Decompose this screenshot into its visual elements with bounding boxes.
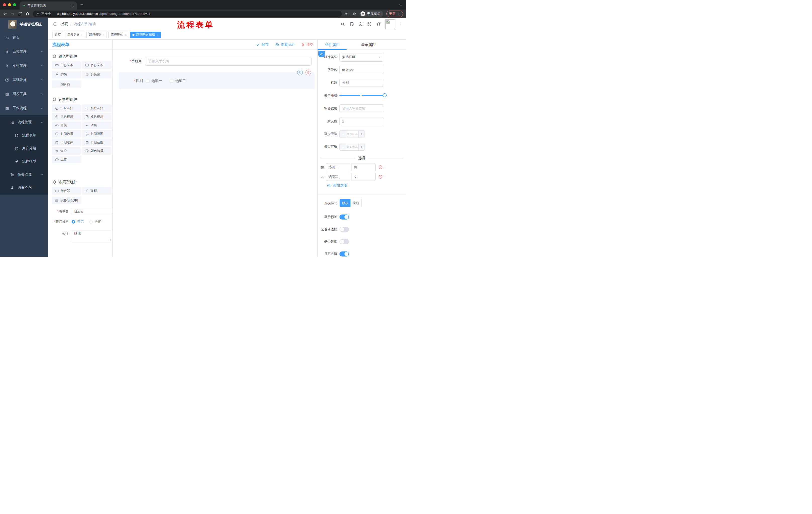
- sidebar-logo[interactable]: 芋道管理系统: [0, 18, 48, 31]
- title-input[interactable]: 性别: [340, 79, 383, 87]
- phone-input[interactable]: 请输入手机号: [145, 57, 312, 65]
- toggle-switch[interactable]: [340, 215, 349, 219]
- component-chip[interactable]: 多选框组: [82, 113, 112, 120]
- radio-off[interactable]: [89, 220, 93, 223]
- page-tab-chip[interactable]: 流程表单-编辑 ×: [130, 32, 161, 38]
- github-icon[interactable]: [349, 22, 354, 26]
- option-value-input[interactable]: 女: [351, 173, 376, 181]
- page-tab-chip[interactable]: 流程表单 ×: [108, 32, 128, 38]
- tab-form-props[interactable]: 表单属性: [347, 40, 390, 50]
- window-close-button[interactable]: [3, 3, 6, 6]
- drag-handle-icon[interactable]: [320, 175, 324, 179]
- remove-option-icon[interactable]: [378, 174, 383, 179]
- component-chip[interactable]: 上传: [52, 156, 81, 163]
- sidebar-item[interactable]: 研发工具: [0, 87, 48, 101]
- clear-button[interactable]: 清空: [301, 43, 313, 47]
- min-select-input[interactable]: 至少应选: [346, 131, 358, 138]
- component-chip[interactable]: 日期选择: [52, 139, 81, 146]
- bookmark-star-icon[interactable]: [352, 12, 356, 16]
- user-avatar-broken-image[interactable]: [385, 19, 395, 29]
- duplicate-field-button[interactable]: [297, 70, 303, 75]
- stepper-increase-button[interactable]: +: [358, 143, 365, 151]
- label-width-input[interactable]: 请输入标签宽度: [340, 104, 383, 112]
- breadcrumb-home[interactable]: 首页: [61, 22, 68, 26]
- sidebar-item[interactable]: 工作流程: [0, 101, 48, 115]
- avatar-caret-icon[interactable]: [399, 23, 402, 25]
- option-label-input[interactable]: 选项一: [326, 163, 350, 171]
- sidebar-subitem[interactable]: 用户分组: [0, 142, 48, 155]
- field-name-input[interactable]: field122: [340, 66, 383, 74]
- page-tab-close-icon[interactable]: ×: [156, 33, 158, 36]
- kebab-menu-icon[interactable]: [397, 12, 401, 15]
- segment-button[interactable]: 按钮: [350, 199, 361, 207]
- window-minimize-button[interactable]: [8, 3, 11, 6]
- radio-on-label[interactable]: 开启: [77, 219, 84, 224]
- component-chip[interactable]: 评分: [52, 147, 81, 155]
- view-json-button[interactable]: 查看json: [275, 43, 294, 47]
- checkbox-option[interactable]: 选项一: [146, 79, 170, 83]
- component-chip[interactable]: 计数器: [82, 71, 112, 78]
- window-controls[interactable]: [3, 3, 16, 6]
- form-name-input[interactable]: biubiu: [71, 208, 111, 215]
- sidebar-item[interactable]: 支付管理: [0, 59, 48, 73]
- component-chip[interactable]: 下拉选择: [52, 104, 81, 112]
- browser-tab[interactable]: 芋道管理系统: [20, 1, 77, 9]
- address-bar[interactable]: 不安全 | dashboard.yudao.iocoder.cn/bpm/man…: [33, 10, 342, 17]
- component-chip[interactable]: 密码: [52, 71, 81, 78]
- search-icon[interactable]: [341, 22, 345, 26]
- tab-component-props[interactable]: 组件属性: [318, 40, 347, 50]
- toggle-switch[interactable]: [340, 251, 349, 256]
- checkbox-option[interactable]: 选项二: [170, 79, 194, 83]
- help-icon[interactable]: [358, 22, 363, 26]
- forward-icon[interactable]: [10, 11, 15, 16]
- fullscreen-icon[interactable]: [367, 22, 372, 26]
- stepper-decrease-button[interactable]: −: [340, 143, 346, 151]
- home-icon[interactable]: [25, 11, 30, 16]
- sidebar-subitem[interactable]: 流程管理: [0, 116, 48, 129]
- component-chip[interactable]: 时间范围: [82, 130, 112, 138]
- toggle-switch[interactable]: [340, 227, 349, 232]
- page-tab-chip[interactable]: 流程定义 ×: [65, 32, 85, 38]
- page-tab-close-icon[interactable]: ×: [124, 33, 126, 36]
- sidebar-subitem[interactable]: 任务管理: [0, 168, 48, 181]
- component-chip[interactable]: 多行文本: [82, 61, 112, 69]
- toggle-switch[interactable]: [340, 239, 349, 244]
- component-chip[interactable]: 时间选择: [52, 130, 81, 138]
- max-select-input[interactable]: 最多可选: [346, 143, 358, 151]
- sidebar-item[interactable]: 首页: [0, 31, 48, 45]
- form-remark-textarea[interactable]: 嘿嘿: [71, 230, 111, 242]
- tab-search-chevron-icon[interactable]: [399, 3, 402, 6]
- component-chip[interactable]: 单行文本: [52, 61, 81, 69]
- new-tab-button[interactable]: [80, 3, 84, 6]
- segment-default[interactable]: 默认: [340, 199, 350, 207]
- stepper-decrease-button[interactable]: −: [340, 131, 346, 138]
- window-zoom-button[interactable]: [13, 3, 16, 6]
- form-grid-slider[interactable]: [340, 95, 385, 96]
- link-tag-button[interactable]: [318, 51, 325, 57]
- component-chip[interactable]: 开关: [52, 121, 81, 129]
- component-chip[interactable]: 表格[开发中]: [52, 197, 81, 204]
- sidebar-subitem[interactable]: 流程模型: [0, 155, 48, 168]
- page-tab-close-icon[interactable]: ×: [81, 33, 82, 36]
- password-key-icon[interactable]: [345, 12, 349, 16]
- component-chip[interactable]: 编辑器: [52, 80, 81, 88]
- sidebar-subitem[interactable]: 请假查询: [0, 181, 48, 194]
- component-chip[interactable]: 颜色选择: [82, 147, 112, 155]
- remove-option-icon[interactable]: [378, 165, 383, 169]
- page-tab-close-icon[interactable]: ×: [103, 33, 104, 36]
- selected-field-block[interactable]: *性别 选项一 选项二: [119, 73, 315, 89]
- save-button[interactable]: 保存: [256, 43, 268, 47]
- phone-field-row[interactable]: *手机号 请输入手机号: [118, 57, 312, 65]
- component-chip[interactable]: 行容器: [52, 187, 81, 195]
- component-chip[interactable]: 单选框组: [52, 113, 81, 120]
- checkbox[interactable]: [146, 79, 149, 83]
- component-chip[interactable]: 滑块: [82, 121, 112, 129]
- radio-off-label[interactable]: 关闭: [95, 219, 101, 224]
- sidebar-item[interactable]: 系统管理: [0, 45, 48, 59]
- sidebar-collapse-icon[interactable]: [52, 22, 57, 26]
- component-chip[interactable]: 按钮: [82, 187, 112, 195]
- default-value-input[interactable]: 1: [340, 117, 383, 125]
- component-type-select[interactable]: 多选框组: [340, 53, 383, 62]
- sidebar-subitem[interactable]: 流程表单: [0, 129, 48, 142]
- component-chip[interactable]: 级联选择: [82, 104, 112, 112]
